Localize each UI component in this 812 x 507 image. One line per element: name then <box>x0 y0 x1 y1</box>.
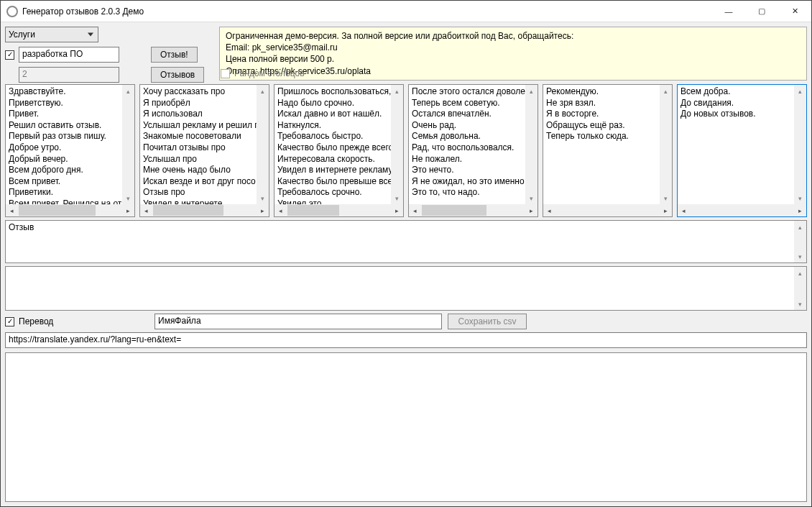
phrase-line[interactable]: Хочу рассказать про <box>143 86 266 98</box>
generate-many-button[interactable]: Отзывов <box>151 67 204 83</box>
phrase-line[interactable]: Добрый вечер. <box>9 154 132 165</box>
phrase-line[interactable]: Остался впечатлён. <box>412 109 535 120</box>
phrase-line[interactable]: Я не ожидал, но это именно то <box>412 176 535 188</box>
phrase-line[interactable]: До новых отзывов. <box>680 109 803 120</box>
filename-input[interactable]: ИмяФайла <box>154 314 442 329</box>
phrase-line[interactable]: Мне очень надо было <box>143 165 266 176</box>
phrase-line[interactable]: Я использовал <box>143 109 266 120</box>
phrase-line[interactable]: Первый раз отзыв пишу. <box>9 131 132 142</box>
window-title: Генератор отзывов 2.0.3 Демо <box>22 6 144 17</box>
topic-input[interactable]: разработка ПО <box>19 47 119 63</box>
count-input[interactable]: 2 <box>19 67 119 83</box>
scrollbar-vertical[interactable]: ▴▾ <box>391 85 403 204</box>
minimize-button[interactable]: — <box>712 1 745 22</box>
phrase-line[interactable]: Я в восторге. <box>546 109 669 120</box>
phrase-line[interactable]: Семья довольна. <box>412 131 535 142</box>
app-icon <box>6 6 18 17</box>
phrase-line[interactable]: Качество было прежде всего. <box>277 142 400 154</box>
phrase-line[interactable]: Наткнулся. <box>277 120 400 132</box>
phrase-line[interactable]: Почитал отзывы про <box>143 142 266 154</box>
phrase-line[interactable]: Услышал про <box>143 154 266 165</box>
phrase-line[interactable]: После этого остался доволен. <box>412 86 535 98</box>
phrase-column-1[interactable]: Здравствуйте.Приветствую.Привет.Решил ос… <box>5 84 135 217</box>
category-value: Услуги <box>9 29 35 40</box>
category-combo[interactable]: Услуги <box>5 27 98 42</box>
phrase-line[interactable]: Доброе утро. <box>9 142 132 154</box>
save-csv-button[interactable]: Сохранить csv <box>448 314 527 329</box>
phrase-line[interactable]: Знакомые посоветовали <box>143 131 266 142</box>
translate-checkbox[interactable] <box>5 317 14 326</box>
scrollbar-horizontal[interactable]: ◂▸ <box>140 204 269 216</box>
scrollbar-horizontal[interactable]: ◂▸ <box>6 204 134 216</box>
translate-url-input[interactable]: https://translate.yandex.ru/?lang=ru-en&… <box>5 332 807 348</box>
phrase-column-4[interactable]: После этого остался доволен.Теперь всем … <box>408 84 538 217</box>
phrase-line[interactable]: Не пожалел. <box>412 154 535 165</box>
phrase-column-6[interactable]: Всем добра.До свидания.До новых отзывов.… <box>677 84 807 217</box>
app-window: Генератор отзывов 2.0.3 Демо — ▢ ✕ Услуг… <box>0 0 812 507</box>
scrollbar-horizontal[interactable]: ◂▸ <box>409 204 538 216</box>
scrollbar-vertical[interactable]: ▴▾ <box>122 85 134 204</box>
titlebar: Генератор отзывов 2.0.3 Демо — ▢ ✕ <box>1 1 811 22</box>
phrase-line[interactable]: Отзыв про <box>143 187 266 198</box>
generate-one-button[interactable]: Отзыв! <box>151 47 198 63</box>
scrollbar-horizontal[interactable]: ◂▸ <box>543 204 672 216</box>
phrase-column-2[interactable]: Хочу рассказать проЯ приобрёлЯ использов… <box>139 84 269 217</box>
phrase-line[interactable]: Решил оставить отзыв. <box>9 120 132 132</box>
scrollbar-horizontal[interactable]: ◂▸ <box>274 204 403 216</box>
phrase-line[interactable]: До свидания. <box>680 98 803 109</box>
phrase-line[interactable]: Рад, что воспользовался. <box>412 142 535 154</box>
phrase-line[interactable]: Качество было превыше всего. <box>277 176 400 188</box>
phrase-column-5[interactable]: Рекомендую.Не зря взял.Я в восторге.Обра… <box>543 84 673 217</box>
phrase-line[interactable]: Это нечто. <box>412 165 535 176</box>
phrase-line[interactable]: Требовалось быстро. <box>277 131 400 142</box>
scrollbar-vertical[interactable]: ▴▾ <box>794 267 806 310</box>
scrollbar-horizontal[interactable]: ◂▸ <box>678 204 806 216</box>
scrollbar-vertical[interactable]: ▴▾ <box>794 221 806 262</box>
phrase-line[interactable]: Требовалось срочно. <box>277 187 400 198</box>
scrollbar-vertical[interactable]: ▴▾ <box>794 85 806 204</box>
phrase-line[interactable]: Всем привет. <box>9 176 132 188</box>
secondary-output[interactable]: ▴▾ <box>5 266 807 311</box>
phrase-line[interactable]: Не зря взял. <box>546 98 669 109</box>
phrase-line[interactable]: Искал давно и вот нашёл. <box>277 109 400 120</box>
phrase-line[interactable]: Рекомендую. <box>546 86 669 98</box>
phrase-line[interactable]: Интересовала скорость. <box>277 154 400 165</box>
random-columns-checkbox[interactable] <box>221 69 230 78</box>
review-output[interactable]: Отзыв ▴▾ <box>5 220 807 263</box>
phrase-line[interactable]: Увидел в интернете рекламу. <box>277 165 400 176</box>
phrase-line[interactable]: Приветствую. <box>9 98 132 109</box>
translate-label: Перевод <box>19 316 53 326</box>
phrase-line[interactable]: Услышал рекламу и решил п <box>143 120 266 132</box>
phrase-line[interactable]: Приветики. <box>9 187 132 198</box>
random-columns-label: Рандом столбцов <box>234 68 305 78</box>
phrase-columns: Здравствуйте.Приветствую.Привет.Решил ос… <box>5 84 807 217</box>
phrase-line[interactable]: Привет. <box>9 109 132 120</box>
close-button[interactable]: ✕ <box>778 1 811 22</box>
phrase-line[interactable]: Это то, что надо. <box>412 187 535 198</box>
phrase-line[interactable]: Искал везде и вот друг посо <box>143 176 266 188</box>
phrase-line[interactable]: Обращусь ещё раз. <box>546 120 669 132</box>
scrollbar-vertical[interactable]: ▴▾ <box>660 85 672 204</box>
scrollbar-vertical[interactable]: ▴▾ <box>525 85 538 204</box>
phrase-line[interactable]: Здравствуйте. <box>9 86 132 98</box>
client-area: Услуги разработка ПО Отзыв! 2 <box>1 22 811 506</box>
phrase-line[interactable]: Всем добра. <box>680 86 803 98</box>
phrase-line[interactable]: Пришлось воспользоваться, так <box>277 86 400 98</box>
scrollbar-vertical[interactable]: ▴▾ <box>257 85 269 204</box>
bottom-controls: Перевод ИмяФайла Сохранить csv <box>5 314 807 329</box>
random-columns-row: Рандом столбцов <box>221 68 807 78</box>
phrase-line[interactable]: Теперь только сюда. <box>546 131 669 142</box>
phrase-line[interactable]: Я приобрёл <box>143 98 266 109</box>
topic-checkbox[interactable] <box>5 50 14 60</box>
phrase-column-3[interactable]: Пришлось воспользоваться, такНадо было с… <box>274 84 404 217</box>
phrase-line[interactable]: Теперь всем советую. <box>412 98 535 109</box>
phrase-line[interactable]: Очень рад. <box>412 120 535 132</box>
phrase-line[interactable]: Надо было срочно. <box>277 98 400 109</box>
phrase-line[interactable]: Всем доброго дня. <box>9 165 132 176</box>
log-output[interactable] <box>5 352 807 502</box>
maximize-button[interactable]: ▢ <box>745 1 778 22</box>
